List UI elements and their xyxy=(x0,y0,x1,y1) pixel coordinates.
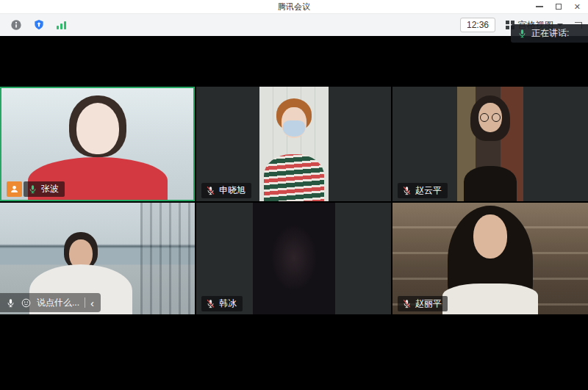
mic-icon xyxy=(517,29,527,38)
video-tile-zhangbo[interactable]: 张波 xyxy=(0,87,195,201)
window-title: 腾讯会议 xyxy=(0,1,588,12)
mic-muted-icon xyxy=(206,186,215,195)
participant-name-label: 赵云平 xyxy=(398,183,448,198)
mic-muted-icon xyxy=(402,186,412,195)
meeting-clock: 12:36 xyxy=(460,18,495,32)
mic-on-icon xyxy=(28,184,37,194)
video-tile-shenxiaoxu[interactable]: 申晓旭 xyxy=(196,87,391,201)
emoji-icon xyxy=(21,297,32,308)
quick-chat-placeholder[interactable]: 说点什么... xyxy=(37,297,79,309)
participant-name-label: 韩冰 xyxy=(201,296,243,311)
mic-muted-icon xyxy=(402,299,412,308)
participant-name-label: 张波 xyxy=(24,181,65,197)
video-grid: 张波 申晓旭 xyxy=(0,87,588,314)
mic-muted-icon xyxy=(206,299,215,308)
participant-name-label: 申晓旭 xyxy=(201,183,251,198)
meeting-info-bar: 12:36 宫格视图 xyxy=(0,14,588,36)
collapse-chat-icon[interactable]: ‹ xyxy=(90,297,94,308)
speaking-label: 正在讲话: xyxy=(531,27,569,40)
maximize-icon[interactable] xyxy=(556,4,562,10)
speaking-indicator: 正在讲话: xyxy=(511,24,588,43)
video-stage: 张波 申晓旭 xyxy=(0,36,588,390)
video-tile-zhaoyunping[interactable]: 赵云平 xyxy=(392,87,588,201)
video-tile-hanbing[interactable]: 韩冰 xyxy=(196,203,391,314)
security-shield-icon[interactable] xyxy=(33,19,45,31)
quick-chat-bar[interactable]: 说点什么... ‹ xyxy=(0,293,101,312)
minimize-icon[interactable] xyxy=(536,6,543,7)
participant-name-label: 赵丽平 xyxy=(398,296,448,311)
mic-on-icon xyxy=(6,298,15,308)
title-bar: 腾讯会议 ✕ xyxy=(0,0,588,14)
meeting-info-icon[interactable] xyxy=(10,19,22,31)
host-badge-icon xyxy=(7,181,22,197)
close-icon[interactable]: ✕ xyxy=(574,3,581,11)
video-tile-office[interactable]: 说点什么... ‹ xyxy=(0,203,195,314)
video-tile-zhaoliping[interactable]: 赵丽平 xyxy=(392,203,588,314)
tencent-meeting-window: 腾讯会议 ✕ 12:36 宫格视图 xyxy=(0,0,588,390)
network-signal-icon[interactable] xyxy=(56,20,68,30)
